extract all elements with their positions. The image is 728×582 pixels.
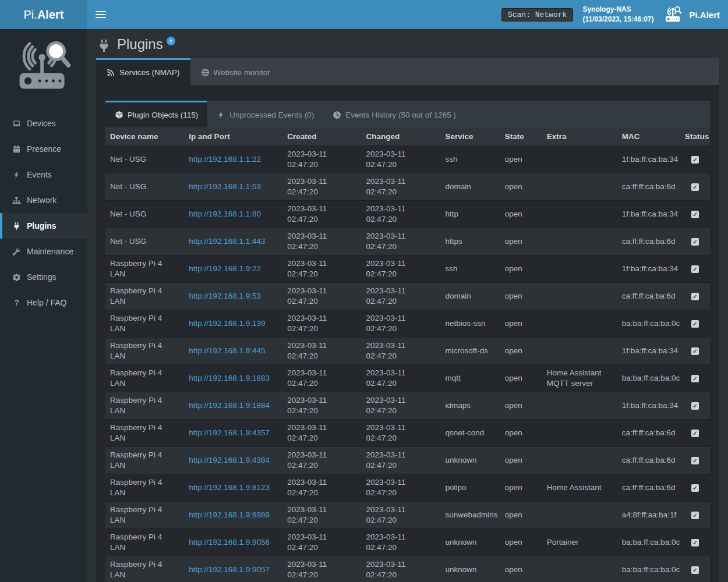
column-header-extra[interactable]: Extra: [542, 127, 617, 146]
column-header-status[interactable]: Status: [680, 127, 710, 146]
cell-device-name: Raspberry Pi 4 LAN: [105, 447, 184, 474]
cell-status: ✓: [680, 255, 710, 283]
cell-ip-port: http://192.168.1.9:8989: [184, 502, 282, 529]
ip-port-link[interactable]: http://192.168.1.9:445: [189, 346, 265, 355]
cell-changed: 2023-03-11 02:47:20: [361, 392, 440, 420]
status-checkbox-checked[interactable]: ✓: [691, 156, 699, 164]
ip-port-link[interactable]: http://192.168.1.9:4384: [189, 456, 270, 464]
tab-services-nmap[interactable]: Services (NMAP): [96, 58, 190, 85]
sidebar-toggle-button[interactable]: [87, 0, 114, 29]
subtab-label: Events History (50 out of 1265 ): [345, 109, 456, 120]
ip-port-link[interactable]: http://192.168.1.1:53: [189, 182, 261, 191]
question-icon: ?: [12, 298, 22, 307]
cell-device-name: Raspberry Pi 4 LAN: [105, 338, 184, 365]
cell-device-name: Raspberry Pi 4 LAN: [105, 392, 184, 420]
cell-service: domain: [441, 173, 500, 201]
status-checkbox-checked[interactable]: ✓: [691, 539, 699, 546]
cell-extra: [542, 420, 617, 447]
sidebar-item-plugins[interactable]: Plugins: [0, 213, 87, 239]
column-header-ip-and-port[interactable]: Ip and Port: [184, 127, 282, 146]
tab-panel: Plugin Objects (115)Unprocessed Events (…: [96, 85, 719, 582]
sidebar-item-label: Maintenance: [27, 247, 73, 256]
cell-changed: 2023-03-11 02:47:20: [361, 255, 440, 283]
column-header-service[interactable]: Service: [441, 127, 500, 146]
column-header-created[interactable]: Created: [282, 127, 361, 146]
ip-port-link[interactable]: http://192.168.1.1:443: [189, 237, 265, 246]
cell-state: open: [500, 255, 542, 283]
ip-port-link[interactable]: http://192.168.1.9:8123: [189, 483, 270, 492]
cell-created: 2023-03-11 02:47:20: [282, 338, 361, 365]
cell-created: 2023-03-11 02:47:20: [282, 474, 361, 502]
sidebar-item-network[interactable]: Network: [0, 187, 87, 213]
cell-extra: [542, 201, 617, 228]
column-header-mac[interactable]: MAC: [617, 127, 680, 146]
cell-status: ✓: [680, 529, 710, 556]
cell-extra: [542, 228, 617, 255]
ip-port-link[interactable]: http://192.168.1.9:22: [189, 264, 261, 273]
table-row: Raspberry Pi 4 LANhttp://192.168.1.9:905…: [105, 529, 710, 556]
cell-changed: 2023-03-11 02:47:20: [361, 228, 440, 255]
status-checkbox-checked[interactable]: ✓: [691, 347, 699, 355]
help-badge[interactable]: ?: [167, 37, 175, 45]
status-checkbox-checked[interactable]: ✓: [691, 293, 699, 300]
subtab-events-history-50-out-of-1265[interactable]: Events History (50 out of 1265 ): [323, 101, 465, 127]
cell-device-name: Raspberry Pi 4 LAN: [105, 556, 184, 582]
cell-status: ✓: [680, 556, 710, 582]
ip-port-link[interactable]: http://192.168.1.9:1883: [189, 374, 270, 382]
subtab-unprocessed-events-0[interactable]: Unprocessed Events (0): [207, 101, 323, 127]
sidebar-item-help-faq[interactable]: ?Help / FAQ: [0, 290, 87, 315]
cell-extra: Home Assistant MQTT server: [542, 365, 617, 392]
app-logo-text: Pi.Alert: [24, 8, 64, 22]
page-header: Plugins ?: [87, 29, 728, 58]
cell-state: open: [500, 201, 542, 228]
status-checkbox-checked[interactable]: ✓: [691, 402, 699, 410]
status-checkbox-checked[interactable]: ✓: [691, 238, 699, 246]
status-checkbox-checked[interactable]: ✓: [691, 457, 699, 464]
column-header-device-name[interactable]: Device name: [105, 127, 184, 146]
scan-status-badge: Scan: Network: [501, 8, 573, 22]
signal-icon: [107, 68, 115, 77]
column-header-state[interactable]: State: [500, 127, 542, 146]
plug-icon: [12, 221, 22, 230]
subtab-plugin-objects-115[interactable]: Plugin Objects (115): [105, 101, 207, 127]
status-checkbox-checked[interactable]: ✓: [691, 375, 699, 382]
status-checkbox-checked[interactable]: ✓: [691, 183, 699, 191]
ip-port-link[interactable]: http://192.168.1.9:1884: [189, 401, 270, 410]
sidebar-item-devices[interactable]: Devices: [0, 111, 87, 136]
ip-port-link[interactable]: http://192.168.1.9:139: [189, 319, 265, 328]
cell-mac: ca:ff:ff:ca:ba:6d: [617, 420, 680, 447]
cell-ip-port: http://192.168.1.9:53: [184, 283, 282, 310]
cell-created: 2023-03-11 02:47:20: [282, 502, 361, 529]
status-checkbox-checked[interactable]: ✓: [691, 430, 699, 437]
tab-website-monitor[interactable]: Website monitor: [190, 58, 281, 85]
cell-status: ✓: [680, 502, 710, 529]
status-checkbox-checked[interactable]: ✓: [691, 211, 699, 218]
ip-port-link[interactable]: http://192.168.1.9:8989: [189, 510, 270, 519]
sidebar-item-events[interactable]: Events: [0, 162, 87, 187]
status-checkbox-checked[interactable]: ✓: [691, 265, 699, 273]
ip-port-link[interactable]: http://192.168.1.9:9056: [189, 538, 270, 546]
cell-device-name: Raspberry Pi 4 LAN: [105, 420, 184, 447]
sidebar-item-maintenance[interactable]: Maintenance: [0, 239, 87, 264]
ip-port-link[interactable]: http://192.168.1.1:22: [189, 155, 261, 164]
sidebar-item-settings[interactable]: Settings: [0, 264, 87, 290]
ip-port-link[interactable]: http://192.168.1.1:80: [189, 210, 261, 218]
ip-port-link[interactable]: http://192.168.1.9:9057: [189, 565, 270, 574]
cell-service: qsnet-cond: [441, 420, 500, 447]
ip-port-link[interactable]: http://192.168.1.9:4357: [189, 428, 270, 437]
sidebar-item-presence[interactable]: Presence: [0, 136, 87, 162]
table-row: Raspberry Pi 4 LANhttp://192.168.1.9:188…: [105, 365, 710, 392]
cell-service: polipo: [441, 474, 500, 502]
status-checkbox-checked[interactable]: ✓: [691, 484, 699, 492]
status-checkbox-checked[interactable]: ✓: [691, 566, 699, 574]
status-checkbox-checked[interactable]: ✓: [691, 320, 699, 328]
ip-port-link[interactable]: http://192.168.1.9:53: [189, 292, 261, 300]
calendar-icon: [12, 144, 22, 154]
tab-label: Website monitor: [214, 67, 270, 78]
column-header-changed[interactable]: Changed: [361, 127, 440, 146]
cell-status: ✓: [680, 173, 710, 201]
status-checkbox-checked[interactable]: ✓: [691, 512, 699, 519]
cell-service: mqtt: [441, 365, 500, 392]
app-logo[interactable]: Pi.Alert: [0, 0, 87, 29]
cell-device-name: Raspberry Pi 4 LAN: [105, 365, 184, 392]
